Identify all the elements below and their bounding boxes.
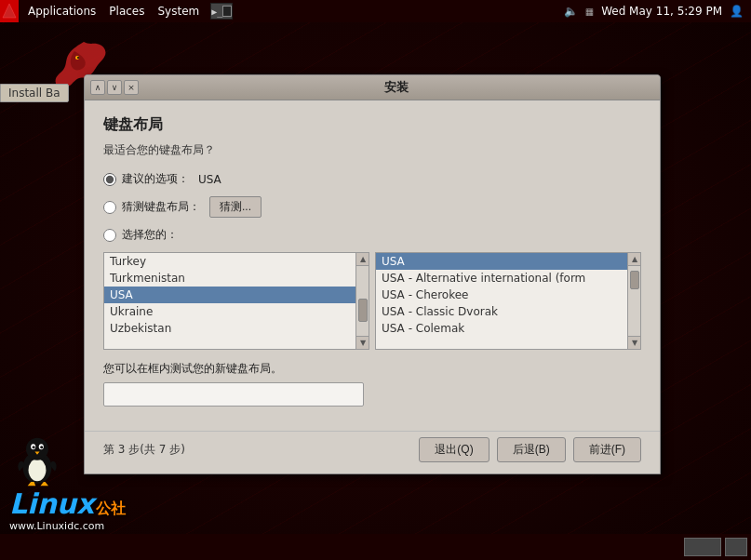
desktop: Applications Places System ▶_ 🔈 ▦ Wed Ma…	[0, 0, 751, 560]
dialog-close-btn[interactable]: ×	[124, 80, 139, 95]
dialog-titlebar: ∧ ∨ × 安装	[85, 75, 660, 100]
svg-point-2	[77, 57, 79, 59]
radio-select-label: 选择您的：	[122, 227, 178, 243]
scroll-up-arrow[interactable]: ▲	[356, 253, 369, 266]
radio-select[interactable]	[103, 229, 116, 242]
forward-button[interactable]: 前进(F)	[573, 437, 641, 462]
radio-guess[interactable]	[103, 201, 116, 214]
menu-system[interactable]: System	[152, 3, 205, 20]
list-item[interactable]: Ukraine	[104, 303, 369, 320]
dialog-content: 键盘布局 最适合您的键盘布局？ 建议的选项： USA 猜测键盘布局： 猜测...…	[85, 100, 660, 431]
step-info: 第 3 步(共 7 步)	[103, 442, 185, 458]
scroll-down-arrow2[interactable]: ▼	[628, 336, 641, 349]
taskbar: Applications Places System ▶_ 🔈 ▦ Wed Ma…	[0, 0, 751, 22]
list-item[interactable]: Turkey	[104, 253, 369, 270]
list2-scrollbar[interactable]: ▲ ▼	[627, 253, 640, 349]
list-box-variants[interactable]: USA USA - Alternative international (for…	[375, 252, 641, 350]
dialog-footer: 第 3 步(共 7 步) 退出(Q) 后退(B) 前进(F)	[85, 431, 660, 473]
watermark-logo-text: Linux 公社	[9, 487, 126, 520]
gongshe-text: 公社	[96, 500, 126, 519]
list-box-countries[interactable]: Turkey Turkmenistan USA Ukraine Uzbekist…	[103, 252, 369, 350]
radio-suggested-row: 建议的选项： USA	[103, 171, 641, 187]
list-item[interactable]: USA - Classic Dvorak	[376, 303, 640, 320]
radio-guess-row: 猜测键盘布局： 猜测...	[103, 196, 641, 218]
lists-container: Turkey Turkmenistan USA Ukraine Uzbekist…	[103, 252, 641, 350]
list-item[interactable]: USA - Cherokee	[376, 287, 640, 303]
scroll-down-arrow[interactable]: ▼	[356, 336, 369, 349]
bottom-taskbar	[0, 534, 751, 560]
list-item-selected[interactable]: USA	[376, 253, 640, 270]
taskbar-right: 🔈 ▦ Wed May 11, 5:29 PM 👤	[564, 5, 751, 18]
dialog-title: 安装	[139, 79, 654, 96]
quit-button[interactable]: 退出(Q)	[419, 437, 489, 462]
datetime-display: Wed May 11, 5:29 PM	[601, 5, 722, 18]
back-button[interactable]: 后退(B)	[497, 437, 566, 462]
menu-places[interactable]: Places	[103, 3, 150, 20]
tux-logo	[9, 432, 65, 487]
section-desc: 最适合您的键盘布局？	[103, 142, 641, 158]
footer-buttons: 退出(Q) 后退(B) 前进(F)	[419, 437, 641, 462]
network-icon: ▦	[585, 7, 594, 17]
list1-scrollbar[interactable]: ▲ ▼	[355, 253, 369, 349]
svg-point-8	[33, 446, 35, 448]
guess-button[interactable]: 猜测...	[209, 196, 262, 218]
radio-select-row: 选择您的：	[103, 227, 641, 243]
dialog-window: ∧ ∨ × 安装 键盘布局 最适合您的键盘布局？ 建议的选项： USA 猜测键盘…	[84, 74, 661, 474]
list-item[interactable]: Turkmenistan	[104, 270, 369, 287]
dialog-controls: ∧ ∨ ×	[90, 80, 139, 95]
radio-suggested[interactable]	[103, 173, 116, 186]
test-label: 您可以在框内测试您的新键盘布局。	[103, 361, 641, 377]
volume-icon: 🔈	[564, 5, 578, 18]
dialog-up-btn[interactable]: ∧	[90, 80, 105, 95]
dialog-down-btn[interactable]: ∨	[107, 80, 122, 95]
watermark-url: www.Linuxidc.com	[9, 520, 104, 532]
install-bar: Install Ba	[0, 84, 69, 102]
user-icon: 👤	[730, 5, 744, 18]
list-item[interactable]: USA - Colemak	[376, 320, 640, 337]
radio-suggested-value: USA	[198, 173, 221, 186]
scroll-track	[356, 266, 369, 336]
svg-point-5	[26, 438, 48, 460]
radio-guess-label: 猜测键盘布局：	[122, 199, 200, 215]
list-countries-inner: Turkey Turkmenistan USA Ukraine Uzbekist…	[104, 253, 369, 337]
terminal-button[interactable]: ▶_	[210, 3, 233, 20]
taskbar-menus: Applications Places System ▶_	[22, 3, 233, 20]
scroll-thumb2[interactable]	[630, 271, 639, 289]
menu-applications[interactable]: Applications	[22, 3, 101, 20]
taskbar-logo	[0, 0, 19, 22]
list-item[interactable]: USA - Alternative international (form	[376, 270, 640, 287]
scroll-up-arrow2[interactable]: ▲	[628, 253, 641, 266]
scroll-track2	[628, 266, 640, 336]
list-item[interactable]: Uzbekistan	[104, 320, 369, 337]
radio-suggested-label: 建议的选项：	[122, 171, 189, 187]
section-title: 键盘布局	[103, 115, 641, 135]
list-item-selected[interactable]: USA	[104, 287, 369, 303]
linux-text: Linux	[9, 487, 94, 520]
bottom-bar-right	[684, 538, 751, 556]
test-keyboard-input[interactable]	[103, 382, 364, 407]
list-variants-inner: USA USA - Alternative international (for…	[376, 253, 640, 337]
scroll-thumb[interactable]	[358, 299, 368, 322]
bottom-widget-1	[684, 538, 721, 556]
svg-marker-0	[3, 4, 16, 18]
bottom-widget-2	[725, 538, 747, 556]
svg-point-9	[40, 446, 43, 448]
svg-point-4	[29, 459, 47, 481]
